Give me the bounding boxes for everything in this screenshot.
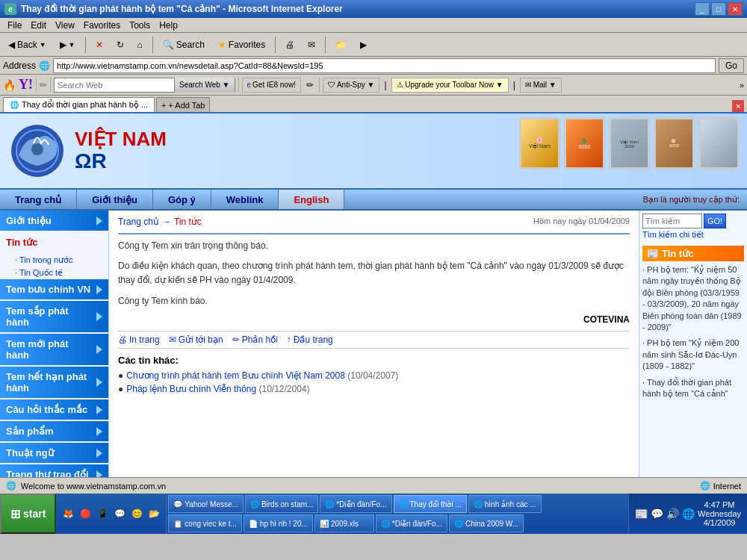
window-controls: _ □ ✕ [695, 2, 743, 16]
media-button[interactable]: ▶ [355, 35, 372, 55]
send-action[interactable]: ✉ Gửi tới bạn [169, 335, 223, 345]
menu-help[interactable]: Help [155, 19, 182, 31]
tab-close-button[interactable]: ✕ [732, 100, 744, 112]
home-button[interactable]: ⌂ [132, 35, 148, 55]
taskbar-task-hinh-anh[interactable]: 🌐 hình ảnh các ... [468, 495, 542, 513]
tray-icon-2[interactable]: 💬 [651, 508, 663, 520]
main-layout: Giới thiệu Tin tức · Tin trong nước · Ti… [0, 211, 747, 477]
address-bar: Address 🌐 Go [0, 57, 747, 75]
sidebar-gioi-thieu[interactable]: Giới thiệu [0, 211, 108, 231]
sidebar-tem-het-han[interactable]: Tem hết hạn phát hành [0, 367, 108, 398]
quicklaunch-icon-2[interactable]: 🔴 [78, 506, 93, 521]
nav-gop-y[interactable]: Góp ý [153, 190, 211, 209]
divider-icon: | [382, 80, 388, 90]
tray-time: 4:47 PM [698, 500, 741, 509]
nav-trang-chu[interactable]: Trang chủ [0, 190, 77, 209]
search-go-button[interactable]: GO! [704, 214, 726, 228]
menu-view[interactable]: View [51, 19, 79, 31]
maximize-button[interactable]: □ [711, 2, 726, 16]
tray-icon-1[interactable]: 📰 [635, 508, 648, 520]
refresh-button[interactable]: ↻ [111, 35, 129, 55]
paragraph-1: Công ty Tem xin trân trọng thông báo. [118, 239, 630, 253]
get-ie8-button[interactable]: e Get IE8 now! [242, 78, 301, 93]
sidebar-tem-sap-phat-hanh[interactable]: Tem sắp phát hành [0, 301, 108, 332]
stamp-5: 🏢 [698, 117, 740, 169]
other-news-link-2[interactable]: Pháp lệnh Bưu chính Viễn thông (10/12/20… [126, 384, 309, 394]
sidebar-tem-moi-phat-hanh[interactable]: Tem mới phát hành [0, 334, 108, 365]
address-input[interactable] [53, 58, 716, 73]
folder-button[interactable]: 📁 [330, 35, 352, 55]
sidebar-thuat-ngu[interactable]: Thuật ngữ [0, 443, 108, 463]
taskbar-task-birds[interactable]: 🌐 Birds on stam... [245, 495, 318, 513]
search-detail[interactable]: Tìm kiếm chi tiết [642, 230, 744, 240]
active-tab[interactable]: 🌐 Thay đổi thời gian phát hành bộ ... [3, 97, 155, 112]
go-button[interactable]: Go [719, 58, 744, 73]
logo-bird-svg [7, 121, 67, 181]
add-tab-button[interactable]: + + Add Tab [156, 97, 210, 112]
search-button[interactable]: 🔍 Search [158, 35, 210, 55]
breadcrumb-home[interactable]: Trang chủ [118, 217, 159, 227]
sidebar-tin-tuc[interactable]: Tin tức [0, 232, 108, 252]
reply-icon: ✏ [232, 335, 240, 345]
taskbar-task-hp[interactable]: 📄 hp hì nh ! 20... [244, 514, 313, 532]
sidebar-cau-hoi[interactable]: Câu hỏi thắc mắc [0, 399, 108, 420]
task-icon-3: 🌐 [325, 500, 334, 508]
taskbar-task-dien-dan-2[interactable]: 🌐 *Diễn đàn/Fo... [376, 514, 447, 532]
taskbar-task-thay-doi[interactable]: 🌐 Thay đổi thời ... [394, 495, 467, 513]
quicklaunch-icon-6[interactable]: 📂 [146, 506, 161, 521]
taskbar-task-dien-dan-1[interactable]: 🌐 *Diễn đàn/Fo... [320, 495, 391, 513]
favorites-button[interactable]: ★ Favorites [213, 35, 270, 55]
close-button[interactable]: ✕ [728, 2, 743, 16]
taskbar-task-china[interactable]: 🌐 China 2009 W... [449, 514, 524, 532]
forward-button[interactable]: ▶ ▼ [55, 35, 81, 55]
right-news-item-2: · PH bộ tem "Kỷ niệm 200 năm sinh Sắc-lơ… [642, 337, 744, 372]
ie8-icon: e [247, 81, 252, 89]
taskbar-task-cong-viec[interactable]: 📋 cong viec ke t... [168, 514, 241, 532]
back-dropdown-icon: ▼ [40, 41, 46, 49]
top-action[interactable]: ↑ Đầu trang [287, 335, 333, 345]
sidebar-tin-quoc-te[interactable]: · Tin Quốc tế [0, 267, 108, 279]
sidebar-tin-trong-nuoc[interactable]: · Tin trong nước [0, 254, 108, 267]
breadcrumb-current[interactable]: Tin tức [174, 217, 202, 227]
print-button[interactable]: 🖨 [280, 35, 300, 55]
sidebar-san-pham[interactable]: Sản phẩm [0, 421, 108, 441]
nav-english[interactable]: English [279, 190, 344, 209]
quicklaunch-icon-5[interactable]: 😊 [129, 506, 144, 521]
print-action[interactable]: 🖨 In trang [118, 335, 160, 345]
menu-edit[interactable]: Edit [26, 19, 51, 31]
nav-weblink[interactable]: Weblink [211, 190, 279, 209]
nav-gioi-thieu[interactable]: Giới thiệu [77, 190, 153, 209]
home-icon: ⌂ [137, 40, 143, 50]
taskbar-task-yahoo[interactable]: 💬 Yahoo! Messe... [168, 495, 244, 513]
taskbar-task-2009-xls[interactable]: 📊 2009.xls [314, 514, 374, 532]
toolbar-separator [85, 37, 86, 53]
menu-tools[interactable]: Tools [125, 19, 155, 31]
yahoo-search-button[interactable]: Search Web ▼ [174, 78, 235, 93]
mail-toolbar-button[interactable]: ✉ Mail ▼ [520, 78, 562, 93]
sidebar-tem-buu-chinh[interactable]: Tem bưu chính VN [0, 279, 108, 299]
other-news-link-1[interactable]: Chương trình phát hành tem Bưu chính Việ… [126, 370, 398, 381]
yahoo-search-input[interactable] [55, 80, 174, 90]
minimize-button[interactable]: _ [695, 2, 710, 16]
quicklaunch-icon-3[interactable]: 📱 [95, 506, 110, 521]
yahoo-toolbar: 🔥 Y! ✏ Search Web ▼ e Get IE8 now! ✏ 🛡 A… [0, 75, 747, 96]
start-button[interactable]: ⊞ start [0, 494, 56, 534]
right-news-title: 📰 Tin tức [642, 246, 744, 261]
menu-file[interactable]: File [3, 19, 26, 31]
search-input[interactable] [642, 214, 702, 228]
menu-favorites[interactable]: Favorites [79, 19, 125, 31]
stop-button[interactable]: ✕ [90, 35, 108, 55]
quicklaunch-firefox[interactable]: 🦊 [61, 506, 75, 521]
expand-icon[interactable]: » [740, 81, 744, 90]
back-button[interactable]: ◀ Back ▼ [3, 35, 52, 55]
quicklaunch-icon-4[interactable]: 💬 [112, 506, 127, 521]
antispy-button[interactable]: 🛡 Anti-Spy ▼ [323, 78, 379, 93]
reply-action[interactable]: ✏ Phản hồi [232, 335, 278, 345]
edit-icon: ✏ [304, 80, 316, 90]
tray-icon-4[interactable]: 🌐 [682, 508, 695, 520]
mail-button[interactable]: ✉ [303, 35, 320, 55]
sidebar-trang-thu[interactable]: Trang thư trao đổi [0, 464, 108, 477]
tray-icon-3[interactable]: 🔊 [666, 508, 679, 520]
site-logo-area: VIỆT NAM ΩR [7, 121, 167, 181]
upgrade-button[interactable]: ⚠ Upgrade your Toolbar Now ▼ [391, 78, 509, 93]
